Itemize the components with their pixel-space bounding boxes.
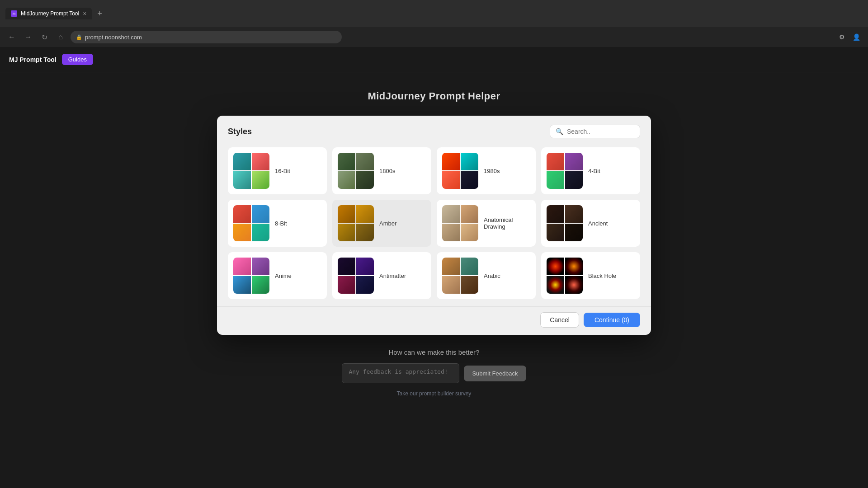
style-card-1980s[interactable]: 1980s xyxy=(437,147,536,194)
style-card-16bit[interactable]: 16-Bit xyxy=(228,147,327,194)
browser-toolbar: ⚙ 👤 xyxy=(835,31,863,43)
style-label-1800s: 1800s xyxy=(379,168,395,174)
page-title: MidJourney Prompt Helper xyxy=(368,90,500,102)
style-card-4bit[interactable]: 4-Bit xyxy=(541,147,640,194)
style-thumbnail-blackhole xyxy=(547,258,583,294)
reload-button[interactable]: ↻ xyxy=(38,31,51,43)
tab-favicon: M xyxy=(11,10,17,17)
style-label-amber: Amber xyxy=(379,220,396,227)
tab-title: MidJourney Prompt Tool xyxy=(21,10,79,17)
style-label-8bit: 8-Bit xyxy=(275,220,287,227)
search-container[interactable]: 🔍 xyxy=(550,125,640,138)
feedback-title: How can we make this better? xyxy=(389,348,480,356)
survey-link[interactable]: Take our prompt builder survey xyxy=(397,390,472,397)
search-input[interactable] xyxy=(567,128,634,135)
style-card-anime[interactable]: Anime xyxy=(228,252,327,299)
feedback-section: How can we make this better? Submit Feed… xyxy=(342,348,526,397)
feedback-input[interactable] xyxy=(342,363,459,383)
style-label-antimatter: Antimatter xyxy=(379,272,406,279)
submit-feedback-button[interactable]: Submit Feedback xyxy=(464,366,526,381)
address-bar-row: ← → ↻ ⌂ 🔒 prompt.noonshot.com ⚙ 👤 xyxy=(0,27,868,47)
style-label-ancient: Ancient xyxy=(588,220,608,227)
style-label-16bit: 16-Bit xyxy=(275,168,290,174)
continue-button[interactable]: Continue (0) xyxy=(584,313,640,327)
style-thumbnail-arabic xyxy=(442,258,478,294)
address-bar[interactable]: 🔒 prompt.noonshot.com xyxy=(71,31,342,43)
cancel-button[interactable]: Cancel xyxy=(540,312,579,328)
style-card-anatdraw[interactable]: Anatomical Drawing xyxy=(437,200,536,247)
style-thumbnail-anatdraw xyxy=(442,205,478,241)
home-button[interactable]: ⌂ xyxy=(54,31,67,43)
style-label-4bit: 4-Bit xyxy=(588,168,600,174)
style-card-arabic[interactable]: Arabic xyxy=(437,252,536,299)
style-thumbnail-ancient xyxy=(547,205,583,241)
style-card-8bit[interactable]: 8-Bit xyxy=(228,200,327,247)
style-label-anime: Anime xyxy=(275,272,292,279)
feedback-row: Submit Feedback xyxy=(342,363,526,383)
active-tab[interactable]: M MidJourney Prompt Tool × xyxy=(5,8,92,19)
style-card-antimatter[interactable]: Antimatter xyxy=(332,252,431,299)
style-thumbnail-4bit xyxy=(547,153,583,189)
style-thumbnail-anime xyxy=(233,258,269,294)
style-thumbnail-1980s xyxy=(442,153,478,189)
app-logo: MJ Prompt Tool xyxy=(9,56,57,63)
lock-icon: 🔒 xyxy=(76,34,82,40)
modal-footer: Cancel Continue (0) xyxy=(217,306,651,335)
search-icon: 🔍 xyxy=(556,128,563,135)
styles-modal: Styles 🔍 16-Bit1800s1980s4-Bit8-BitAmber… xyxy=(217,116,651,335)
style-card-blackhole[interactable]: Black Hole xyxy=(541,252,640,299)
modal-header: Styles 🔍 xyxy=(217,116,651,144)
guides-button[interactable]: Guides xyxy=(62,54,93,65)
main-content: MidJourney Prompt Helper Styles 🔍 16-Bit… xyxy=(0,72,868,488)
styles-grid: 16-Bit1800s1980s4-Bit8-BitAmberAnatomica… xyxy=(217,144,651,306)
style-thumbnail-amber xyxy=(338,205,374,241)
style-label-anatdraw: Anatomical Drawing xyxy=(484,216,530,230)
style-card-1800s[interactable]: 1800s xyxy=(332,147,431,194)
modal-title: Styles xyxy=(228,127,252,136)
browser-tab-bar: M MidJourney Prompt Tool × + xyxy=(0,0,868,27)
url-display: prompt.noonshot.com xyxy=(85,34,142,41)
style-label-blackhole: Black Hole xyxy=(588,272,616,279)
app-header: MJ Prompt Tool Guides xyxy=(0,47,868,72)
tab-close-button[interactable]: × xyxy=(83,10,86,17)
style-thumbnail-antimatter xyxy=(338,258,374,294)
back-button[interactable]: ← xyxy=(5,31,18,43)
style-card-ancient[interactable]: Ancient xyxy=(541,200,640,247)
style-thumbnail-8bit xyxy=(233,205,269,241)
extensions-icon[interactable]: ⚙ xyxy=(835,31,848,43)
forward-button[interactable]: → xyxy=(22,31,34,43)
style-label-1980s: 1980s xyxy=(484,168,500,174)
style-card-amber[interactable]: Amber xyxy=(332,200,431,247)
new-tab-button[interactable]: + xyxy=(95,7,104,20)
style-thumbnail-1800s xyxy=(338,153,374,189)
style-thumbnail-16bit xyxy=(233,153,269,189)
style-label-arabic: Arabic xyxy=(484,272,500,279)
profile-icon[interactable]: 👤 xyxy=(850,31,863,43)
